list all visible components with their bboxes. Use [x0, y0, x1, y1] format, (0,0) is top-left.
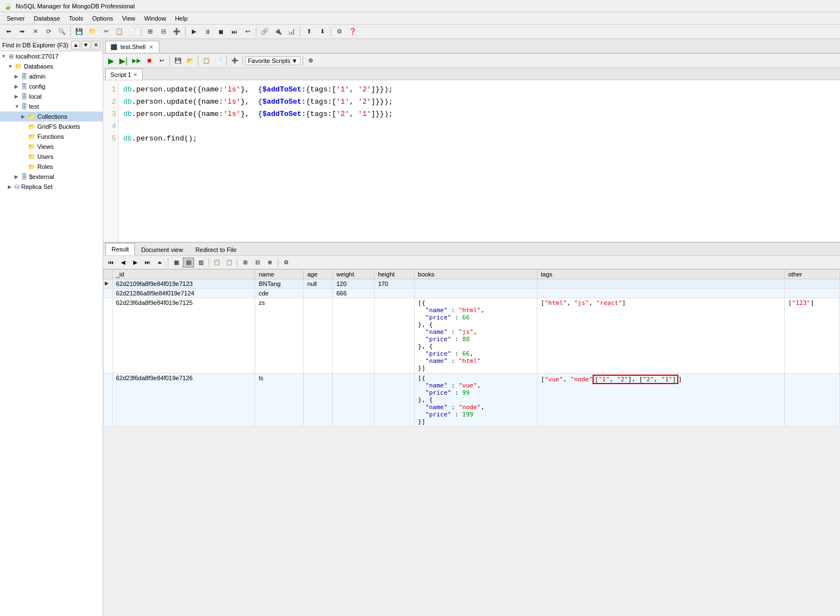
col-name[interactable]: name: [255, 270, 304, 279]
row-id-2[interactable]: 62d21286a8f9e84f019e7124: [113, 289, 255, 298]
row-books-4[interactable]: [{ "name" : "vue", "price" : 99 }, { "na…: [414, 374, 537, 427]
result-settings-btn[interactable]: ⚙: [280, 258, 292, 268]
toolbar-btn-15[interactable]: ⏸: [201, 26, 213, 38]
tab-close-btn[interactable]: ✕: [149, 44, 153, 50]
row-tags-4[interactable]: ["vue", "node"["1", "2"], ["2", "1"]]: [537, 374, 785, 427]
row-id-4[interactable]: 62d23f6da8f9e84f019e7126: [113, 374, 255, 427]
col-weight[interactable]: weight: [333, 270, 375, 279]
result-edit-btn[interactable]: ⊕: [264, 258, 275, 268]
tree-item-config[interactable]: ▶ 🗄 config: [0, 81, 103, 91]
result-table-wrap[interactable]: _id name age weight height books tags ot…: [103, 269, 840, 459]
toolbar-btn-19[interactable]: 🔗: [259, 26, 271, 38]
menu-tools[interactable]: Tools: [65, 14, 88, 23]
row-height-1[interactable]: 170: [375, 279, 415, 289]
result-copy-btn[interactable]: 📋: [211, 258, 222, 268]
code-editor[interactable]: 1 2 3 4 5 db.person.update({name:'ls'}, …: [103, 80, 840, 242]
row-other-1[interactable]: [784, 279, 839, 289]
row-tags-3[interactable]: ["html", "js", "react"]: [537, 298, 785, 374]
row-books-3[interactable]: [{ "name" : "html", "price" : 66 }, { "n…: [414, 298, 537, 374]
menu-server[interactable]: Server: [2, 14, 29, 23]
result-tab-docview[interactable]: Document view: [135, 243, 189, 255]
toolbar-btn-17[interactable]: ⏭: [228, 26, 240, 38]
row-height-2[interactable]: [375, 289, 415, 298]
row-other-3[interactable]: ["123"]: [784, 298, 839, 374]
toolbar-btn-9[interactable]: 📋: [113, 26, 125, 38]
result-tab-result[interactable]: Result: [105, 243, 135, 255]
row-weight-1[interactable]: 120: [333, 279, 375, 289]
result-prev-btn[interactable]: ◀: [118, 258, 129, 268]
run-selection-btn[interactable]: ▶▶: [130, 55, 143, 66]
toolbar-btn-8[interactable]: ✂: [100, 26, 112, 38]
code-content[interactable]: db.person.update({name:'ls'}, {$addToSet…: [119, 80, 840, 242]
open-script-btn[interactable]: 📂: [184, 55, 196, 66]
toolbar-btn-12[interactable]: ⊟: [157, 26, 169, 38]
col-books[interactable]: books: [414, 270, 537, 279]
toolbar-btn-22[interactable]: ⬆: [303, 26, 315, 38]
toolbar-btn-11[interactable]: ⊞: [144, 26, 156, 38]
toolbar-btn-10[interactable]: 📄: [127, 26, 139, 38]
tab-test-shell[interactable]: ⬛ test.Shell ✕: [105, 41, 159, 53]
find-next-btn[interactable]: ▼: [81, 41, 90, 50]
result-next-btn[interactable]: ▶: [130, 258, 141, 268]
result-table-btn[interactable]: ▤: [183, 258, 194, 268]
row-books-2[interactable]: [414, 289, 537, 298]
script-tab-1-close[interactable]: ✕: [133, 72, 138, 77]
col-tags[interactable]: tags: [537, 270, 785, 279]
toolbar-btn-5[interactable]: 🔍: [56, 26, 68, 38]
row-books-1[interactable]: [414, 279, 537, 289]
row-other-2[interactable]: [784, 289, 839, 298]
paste-btn[interactable]: 📄: [213, 55, 224, 66]
stop-btn[interactable]: ⏹: [144, 55, 155, 66]
col-height[interactable]: height: [375, 270, 415, 279]
toolbar-btn-14[interactable]: ▶: [188, 26, 200, 38]
row-name-4[interactable]: ls: [255, 374, 304, 427]
tree-item-users[interactable]: 📁 Users: [0, 152, 103, 162]
row-age-3[interactable]: [304, 298, 333, 374]
menu-database[interactable]: Database: [29, 14, 64, 23]
toolbar-btn-4[interactable]: ⟳: [42, 26, 55, 38]
menu-window[interactable]: Window: [140, 14, 171, 23]
menu-view[interactable]: View: [118, 14, 140, 23]
row-id-1[interactable]: 62d2109fa8f9e84f019e7123: [113, 279, 255, 289]
toolbar-btn-6[interactable]: 💾: [73, 26, 85, 38]
toolbar-btn-2[interactable]: ➡: [16, 26, 28, 38]
run-to-cursor-btn[interactable]: ▶|: [118, 55, 129, 66]
result-del-btn[interactable]: ⊟: [252, 258, 263, 268]
toolbar-btn-20[interactable]: 🔌: [272, 26, 284, 38]
favorite-scripts-btn[interactable]: Favorite Scripts ▼: [245, 56, 300, 65]
tree-item-replicaset[interactable]: ▶ ⛁ Replica Set: [0, 182, 103, 192]
row-other-4[interactable]: [784, 374, 839, 427]
row-tags-1[interactable]: [537, 279, 785, 289]
result-add-btn[interactable]: ⊞: [240, 258, 251, 268]
row-height-3[interactable]: [375, 298, 415, 374]
result-grid-btn[interactable]: ▦: [171, 258, 182, 268]
col-other[interactable]: other: [784, 270, 839, 279]
tree-item-databases[interactable]: ▼ 📁 Databases: [0, 61, 103, 71]
result-refresh-btn[interactable]: ⏶: [154, 258, 166, 268]
tree-item-localhost[interactable]: ▼ 🖥 localhost:27017: [0, 51, 103, 61]
save-script-btn[interactable]: 💾: [172, 55, 183, 66]
row-height-4[interactable]: [375, 374, 415, 427]
tree-item-roles[interactable]: 📁 Roles: [0, 162, 103, 172]
tree-item-external[interactable]: ▶ 🗄 $external: [0, 172, 103, 182]
toolbar-btn-16[interactable]: ⏹: [215, 26, 227, 38]
settings-btn[interactable]: ⚙: [305, 55, 317, 66]
find-prev-btn[interactable]: ▲: [71, 41, 80, 50]
run-btn[interactable]: ▶: [105, 55, 116, 66]
toolbar-btn-13[interactable]: ➕: [171, 26, 183, 38]
step-btn[interactable]: ↩: [156, 55, 167, 66]
row-age-1[interactable]: null: [304, 279, 333, 289]
tree-item-test[interactable]: ▼ 🗄 test: [0, 101, 103, 111]
toolbar-btn-1[interactable]: ⬅: [2, 26, 14, 38]
row-weight-3[interactable]: [333, 298, 375, 374]
result-last-btn[interactable]: ⏭: [142, 258, 153, 268]
tree-item-functions[interactable]: 📁 Functions: [0, 132, 103, 142]
toolbar-btn-18[interactable]: ↩: [241, 26, 254, 38]
row-tags-2[interactable]: [537, 289, 785, 298]
menu-help[interactable]: Help: [171, 14, 192, 23]
row-id-3[interactable]: 62d23f6da8f9e84f019e7125: [113, 298, 255, 374]
toolbar-btn-7[interactable]: 📁: [86, 26, 99, 38]
result-tab-redirect[interactable]: Redirect to File: [189, 243, 242, 255]
col-age[interactable]: age: [304, 270, 333, 279]
row-weight-4[interactable]: [333, 374, 375, 427]
